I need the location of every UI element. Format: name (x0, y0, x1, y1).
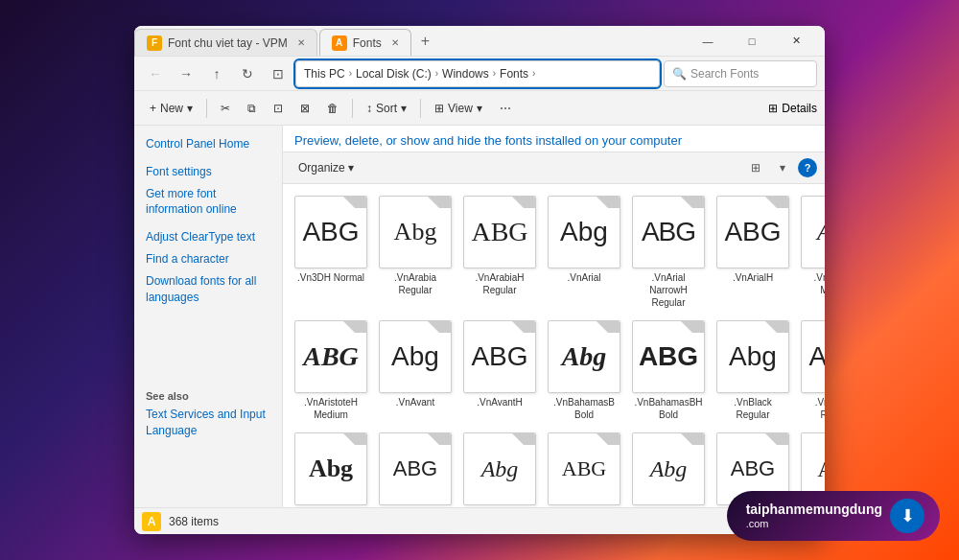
window-controls: — □ ✕ (687, 28, 825, 55)
close-button[interactable]: ✕ (775, 28, 817, 55)
up-button[interactable]: ↑ (203, 60, 230, 87)
download-icon: ⬇ (901, 505, 915, 526)
more-button[interactable]: ⋯ (492, 98, 519, 119)
watermark-line1: taiphanmemungdung (746, 502, 882, 518)
address-bar[interactable]: This PC › Local Disk (C:) › Windows › Fo… (295, 60, 660, 87)
sidebar-text-services[interactable]: Text Services and Input Language (134, 404, 282, 442)
sidebar-font-info[interactable]: Get more font information online (134, 183, 282, 222)
font-preview-vncenturyh: ABG (731, 456, 775, 481)
font-card-vnblack: Abg (716, 320, 789, 393)
breadcrumb-fonts[interactable]: Fonts (500, 67, 528, 81)
sidebar-cleartype[interactable]: Adjust ClearType text (134, 226, 282, 248)
font-card-vncentury: Abg (632, 432, 705, 505)
grid-view-btn-1[interactable]: ⊞ (744, 156, 767, 179)
organize-button[interactable]: Organize ▾ (291, 159, 362, 176)
delete-icon: 🗑 (327, 102, 339, 115)
font-item-vnaristoteh[interactable]: ABG .VnAristoteH Medium (291, 316, 371, 425)
help-button[interactable]: ? (798, 158, 817, 177)
font-card-vnavant: Abg (379, 320, 452, 393)
breadcrumb-local-disk[interactable]: Local Disk (C:) (356, 67, 432, 81)
maximize-button[interactable]: □ (731, 28, 773, 55)
new-tab-button[interactable]: + (413, 33, 437, 50)
font-name-vnaristote: .VnAristote Medium (801, 271, 825, 296)
font-name-vnarial: .VnArial (567, 271, 600, 284)
move-button[interactable]: ⊠ (292, 98, 317, 119)
font-item-vnavanth[interactable]: ABG .VnAvantH (459, 316, 540, 425)
font-preview-vnbahamasb: Abg (562, 341, 607, 372)
font-name-vnarialh: .VnArialH (733, 271, 773, 284)
font-preview-vnarialh: ABG (724, 217, 781, 247)
font-card-vnavanth: ABG (463, 320, 536, 393)
back-button[interactable]: ← (142, 60, 169, 87)
font-item-vnarialnb[interactable]: ABG .VnArial NarrowH Regular (628, 192, 709, 313)
minimize-button[interactable]: — (687, 28, 729, 55)
view-button[interactable]: ⊞ View ▾ (427, 98, 490, 119)
status-icon: A (142, 512, 161, 531)
font-item-vnblackh[interactable]: ABG .VnBlackH Regular (797, 316, 825, 425)
font-preview-vnavanth: ABG (471, 341, 527, 372)
tab-fonts-icon: A (332, 35, 347, 51)
paste-button[interactable]: ⊡ (266, 98, 291, 119)
breadcrumb-windows[interactable]: Windows (442, 67, 489, 81)
font-item-vn3dh[interactable]: ABG .Vn3DH Normal (291, 192, 371, 313)
toolbar: + New ▾ ✂ ⧉ ⊡ ⊠ 🗑 ↕ Sort ▾ ⊞ View ▾ (134, 91, 825, 126)
forward-button[interactable]: → (173, 60, 199, 87)
font-item-vnaristote[interactable]: Abg .VnAristote Medium (797, 192, 825, 313)
tab-vpm[interactable]: F Font chu viet tay - VPM ✕ (134, 29, 317, 56)
breadcrumb-this-pc[interactable]: This PC (304, 67, 345, 81)
font-item-vnarabiah[interactable]: ABG .VnArabiaH Regular (459, 192, 540, 313)
cut-button[interactable]: ✂ (213, 98, 238, 119)
grid-view-btn-2[interactable]: ▾ (771, 156, 794, 179)
see-also-label: See also (134, 385, 282, 404)
sidebar-font-settings[interactable]: Font settings (134, 161, 282, 183)
nav-bar: ← → ↑ ↻ ⊡ This PC › Local Disk (C:) › Wi… (134, 57, 825, 91)
watermark: taiphanmemungdung .com ⬇ (727, 491, 940, 541)
font-preview-vnarabia: Abg (394, 218, 437, 246)
font-item-vnavant[interactable]: Abg .VnAvant (375, 316, 456, 425)
sort-label: Sort (376, 102, 397, 115)
font-name-vnavanth: .VnAvantH (477, 396, 523, 408)
font-item-vnblack[interactable]: Abg .VnBlack Regular (713, 316, 793, 425)
new-label: New (160, 102, 183, 115)
shell-button[interactable]: ⊡ (265, 60, 292, 87)
move-icon: ⊠ (300, 102, 310, 115)
sidebar-find-char[interactable]: Find a character (134, 248, 282, 270)
font-card-vnaristoteh: ABG (294, 320, 367, 393)
font-item-vnbook[interactable]: Abg .VnBook-Antiqua (459, 429, 540, 507)
tab-fonts-close[interactable]: ✕ (391, 37, 399, 48)
font-item-vnarialh[interactable]: ABG .VnArialH (713, 192, 793, 313)
font-item-vnbahamas[interactable]: ABG .VnBahamasBH Bold (628, 316, 709, 425)
font-preview-vnbookh: ABG (562, 456, 606, 481)
font-item-vnarabia[interactable]: Abg .VnArabia Regular (375, 192, 456, 313)
status-bar: A 368 items (134, 507, 825, 534)
details-label[interactable]: Details (782, 102, 817, 115)
font-item-vnarial[interactable]: Abg .VnArial (544, 192, 624, 313)
tab-vpm-close[interactable]: ✕ (297, 37, 305, 48)
tab-fonts[interactable]: A Fonts ✕ (319, 29, 411, 56)
font-item-vnbodonih[interactable]: ABG .VnBodoniH Regular (375, 429, 456, 507)
refresh-button[interactable]: ↻ (234, 60, 261, 87)
search-icon: 🔍 (672, 67, 687, 81)
toolbar-sep-1 (206, 99, 207, 118)
new-button[interactable]: + New ▾ (142, 98, 200, 119)
font-card-vnarialh: ABG (716, 196, 789, 268)
delete-button[interactable]: 🗑 (319, 98, 346, 119)
sort-button[interactable]: ↕ Sort ▾ (359, 98, 414, 119)
sidebar-control-panel[interactable]: Control Panel Home (134, 133, 282, 155)
view-icon: ⊞ (434, 102, 444, 115)
search-box[interactable]: 🔍 Search Fonts (664, 60, 817, 87)
font-name-vnblackh: .VnBlackH Regular (801, 396, 825, 421)
font-item-vncentury[interactable]: Abg .VnCentury Schoolbook (628, 429, 709, 507)
main-toolbar: Organize ▾ ⊞ ▾ ? (283, 152, 825, 184)
copy-button[interactable]: ⧉ (240, 98, 264, 119)
font-preview-vnarial: Abg (560, 217, 608, 247)
font-item-vnbookh[interactable]: ABG .VnBook-Antiqua H Regular (544, 429, 624, 507)
font-item-vnbahamasb[interactable]: Abg .VnBahamasB Bold (544, 316, 624, 425)
font-name-vnaristoteh: .VnAristoteH Medium (294, 396, 367, 421)
font-name-vnbahamasb: .VnBahamasB Bold (548, 396, 620, 421)
sidebar-download-fonts[interactable]: Download fonts for all languages (134, 270, 282, 309)
copy-icon: ⧉ (247, 102, 256, 115)
font-card-vnblackh: ABG (801, 320, 825, 393)
title-bar: F Font chu viet tay - VPM ✕ A Fonts ✕ + … (134, 26, 825, 57)
font-item-vnbodoni[interactable]: Abg .VnBodoni Regular (291, 429, 371, 507)
